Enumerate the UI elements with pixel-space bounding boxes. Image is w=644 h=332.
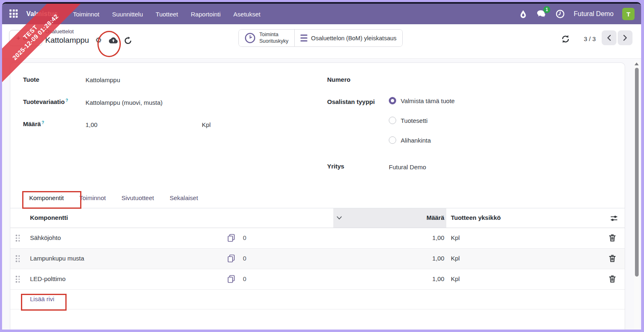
field-label-numero: Numero <box>327 76 351 83</box>
radio-tuotesetti[interactable]: Tuotesetti <box>389 117 427 124</box>
scrollbar-up-arrow-icon[interactable] <box>635 62 639 65</box>
unit-cell[interactable]: Kpl <box>451 275 460 282</box>
radio-valmista-tama-tuote[interactable]: Valmista tämä tuote <box>389 97 455 104</box>
gear-actions-icon[interactable]: ⚙ <box>95 37 102 44</box>
field-label-yritys: Yritys <box>327 163 344 170</box>
activities-clock-icon[interactable] <box>555 9 565 19</box>
quantity-cell[interactable]: 1,00 <box>333 275 444 282</box>
performance-stat-button[interactable]: Toiminta Suorituskyky <box>239 30 294 46</box>
field-value-tuote[interactable]: Kattolamppu <box>85 76 120 83</box>
pager-counter: 3 / 3 <box>578 35 601 42</box>
delete-trash-icon[interactable] <box>609 234 616 242</box>
menu-tuotteet[interactable]: Tuotteet <box>156 11 178 18</box>
add-line-link[interactable]: Lisää rivi <box>30 295 54 302</box>
main-menu: Toiminnot Suunnittelu Tuotteet Raportoin… <box>73 11 261 18</box>
drag-handle-icon[interactable] <box>16 255 20 262</box>
field-value-maara-unit[interactable]: Kpl <box>202 121 211 128</box>
unit-cell[interactable]: Kpl <box>451 255 460 262</box>
menu-suunnittelu[interactable]: Suunnittelu <box>112 11 143 18</box>
usage-count: 0 <box>243 234 246 241</box>
scrollbar-thumb[interactable] <box>635 68 639 277</box>
message-count-badge: 1 <box>543 6 550 13</box>
column-header-maara-cell[interactable]: Määrä <box>333 208 446 228</box>
control-panel: + Uusi Osaluettelot Kattolamppu ⚙ Toimin… <box>2 24 641 59</box>
drag-handle-icon[interactable] <box>16 235 20 242</box>
usage-count: 0 <box>243 275 246 282</box>
radio-alihankinta[interactable]: Alihankinta <box>389 136 431 144</box>
avatar[interactable]: T <box>622 8 635 20</box>
field-label-tuotevariaatio: Tuotevariaatio? <box>23 98 68 105</box>
radio-button-icon[interactable] <box>389 136 396 144</box>
pager-next-button[interactable] <box>618 30 632 45</box>
menu-toiminnot[interactable]: Toiminnot <box>73 11 99 18</box>
components-table-header: Komponentti Määrä Tuotteen yksikkö <box>10 208 625 228</box>
optional-columns-sliders-icon[interactable] <box>610 215 618 222</box>
field-label-tuote: Tuote <box>23 76 39 83</box>
field-value-maara[interactable]: 1,00 <box>85 121 97 128</box>
component-name[interactable]: LED-polttimo <box>30 275 66 282</box>
field-label-osalistan-tyyppi: Osalistan tyyppi <box>327 98 375 105</box>
save-cloud-icon[interactable] <box>108 37 118 44</box>
copy-usage-icon[interactable] <box>227 234 235 242</box>
table-row[interactable]: Lampunkupu musta 0 1,00 Kpl <box>10 249 625 269</box>
unit-cell[interactable]: Kpl <box>451 234 460 241</box>
ink-drop-icon[interactable] <box>518 9 528 19</box>
discard-undo-icon[interactable] <box>124 37 132 44</box>
stat-button-group: Toiminta Suorituskyky Osaluettelon (BoM)… <box>238 29 403 47</box>
copy-usage-icon[interactable] <box>227 275 235 283</box>
tab-sivutuotteet[interactable]: Sivutuotteet <box>121 194 154 201</box>
component-name[interactable]: Sähköjohto <box>30 234 61 241</box>
table-row[interactable]: LED-polttimo 0 1,00 Kpl <box>10 269 625 290</box>
field-label-maara: Määrä? <box>23 120 44 127</box>
usage-count: 0 <box>243 255 246 262</box>
tab-sekalaiset[interactable]: Sekalaiset <box>170 194 198 201</box>
column-header-tuotteen-yksikko[interactable]: Tuotteen yksikkö <box>451 214 501 221</box>
delete-trash-icon[interactable] <box>609 275 616 283</box>
list-icon <box>300 35 307 42</box>
tab-toiminnot[interactable]: Toiminnot <box>79 194 106 201</box>
drag-handle-icon[interactable] <box>16 276 20 283</box>
plus-icon: + <box>16 34 21 42</box>
help-question-icon: ? <box>65 98 68 103</box>
field-value-tuotevariaatio[interactable]: Kattolamppu (muovi, musta) <box>85 99 163 106</box>
navbar-right: 1 Futural Demo T <box>518 8 641 20</box>
menu-asetukset[interactable]: Asetukset <box>233 11 261 18</box>
app-brand[interactable]: Valmistus <box>26 10 58 18</box>
quantity-cell[interactable]: 1,00 <box>333 234 444 241</box>
radio-button-icon[interactable] <box>389 117 396 124</box>
app-window: Valmistus Toiminnot Suunnittelu Tuotteet… <box>2 2 641 330</box>
table-row[interactable]: Sähköjohto 0 1,00 Kpl <box>10 228 625 249</box>
help-question-icon: ? <box>42 120 44 125</box>
quantity-cell[interactable]: 1,00 <box>333 255 444 262</box>
performance-clock-icon <box>245 32 256 44</box>
chevron-down-icon[interactable] <box>336 215 342 221</box>
form-sheet: Tuote Kattolamppu Tuotevariaatio? Kattol… <box>10 62 625 330</box>
radio-button-icon[interactable] <box>389 97 396 104</box>
component-name[interactable]: Lampunkupu musta <box>30 255 84 262</box>
notebook-tabs: Komponentit Toiminnot Sivutuotteet Sekal… <box>10 188 625 208</box>
refresh-icon[interactable] <box>561 35 571 44</box>
add-row-container: Lisää rivi <box>10 290 625 309</box>
copy-usage-icon[interactable] <box>227 254 235 263</box>
breadcrumb: Osaluettelot Kattolamppu ⚙ <box>45 28 132 45</box>
menu-raportointi[interactable]: Raportointi <box>191 11 221 18</box>
main-content: Tuote Kattolamppu Tuotevariaatio? Kattol… <box>2 59 641 330</box>
apps-menu-icon[interactable] <box>9 9 18 18</box>
top-navbar: Valmistus Toiminnot Suunnittelu Tuotteet… <box>2 4 641 24</box>
pager-previous-button[interactable] <box>602 30 616 45</box>
field-value-yritys[interactable]: Futural Demo <box>389 164 426 171</box>
tab-komponentit[interactable]: Komponentit <box>29 194 64 201</box>
messages-icon[interactable]: 1 <box>537 9 547 19</box>
delete-trash-icon[interactable] <box>609 255 616 262</box>
bom-overview-button[interactable]: Osaluettelon (BoM) yleiskatsaus <box>294 30 402 46</box>
new-record-button[interactable]: + Uusi <box>9 30 42 46</box>
record-title: Kattolamppu <box>45 36 89 45</box>
breadcrumb-link-osaluettelot[interactable]: Osaluettelot <box>45 28 132 35</box>
column-header-maara[interactable]: Määrä <box>427 214 444 221</box>
column-header-komponentti[interactable]: Komponentti <box>30 214 68 221</box>
user-company-name[interactable]: Futural Demo <box>574 10 614 18</box>
